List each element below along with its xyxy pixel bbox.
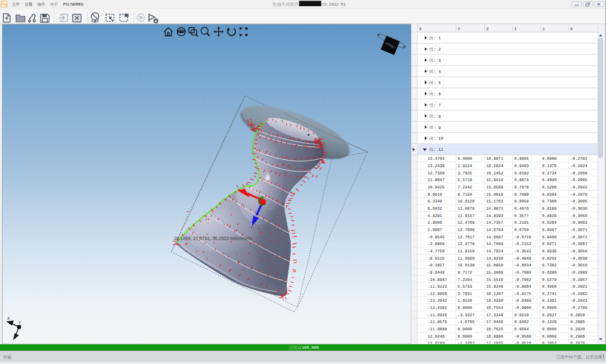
svg-text:14.7069: 14.7069 <box>486 242 503 246</box>
svg-text:16.7625: 16.7625 <box>486 327 503 331</box>
svg-text:Z: Z <box>486 27 489 31</box>
svg-text:-0.3050: -0.3050 <box>571 214 587 218</box>
svg-text:13.4764: 13.4764 <box>428 156 444 161</box>
svg-text:: 3: : 3 <box>434 58 441 63</box>
svg-text:10.0138: 10.0138 <box>458 263 475 268</box>
svg-text:-0.2152: -0.2152 <box>515 242 531 246</box>
svg-text:3.7925: 3.7925 <box>458 171 472 176</box>
svg-text:0.6058: 0.6058 <box>515 199 529 204</box>
svg-text:-0.2782: -0.2782 <box>571 156 587 161</box>
svg-text:: 6: : 6 <box>434 92 441 96</box>
svg-text:-3.3327: -3.3327 <box>458 313 475 317</box>
svg-text:7.2264: 7.2264 <box>458 278 472 282</box>
svg-text:8.2349: 8.2349 <box>428 199 442 204</box>
svg-text:14.9873: 14.9873 <box>486 206 503 211</box>
svg-text:-0.3005: -0.3005 <box>571 199 587 204</box>
svg-text:-0.8664: -0.8664 <box>515 284 531 289</box>
svg-text:16.8871: 16.8871 <box>486 156 503 161</box>
svg-text:15.5516: 15.5516 <box>486 278 503 282</box>
svg-text:-0.3039: -0.3039 <box>571 256 587 261</box>
svg-text:12.0246: 12.0246 <box>428 334 444 339</box>
svg-text:-0.9569: -0.9569 <box>515 334 531 339</box>
svg-text:15.4018: 15.4018 <box>486 192 503 197</box>
svg-text:12.4768: 12.4768 <box>458 220 475 225</box>
svg-text:: 10: : 10 <box>434 136 443 141</box>
svg-text:1.0087: 1.0087 <box>428 228 442 232</box>
svg-text:4.8291: 4.8291 <box>428 214 442 218</box>
svg-text:17.0448: 17.0448 <box>486 320 503 324</box>
svg-text:0.4050: 0.4050 <box>542 284 557 289</box>
svg-text:J: J <box>542 27 545 31</box>
svg-text:-0.0710: -0.0710 <box>515 235 531 239</box>
svg-text:0.9487: 0.9487 <box>542 228 557 232</box>
svg-text:0.7099: 0.7099 <box>515 192 529 197</box>
svg-text:11.9647: 11.9647 <box>428 178 444 182</box>
svg-text:-0.3063: -0.3063 <box>571 220 587 225</box>
svg-text:-0.3067: -0.3067 <box>571 242 587 246</box>
svg-text:-12.6956: -12.6956 <box>428 292 447 296</box>
svg-text:0.9264: 0.9264 <box>542 220 557 225</box>
svg-text:11.0879: 11.0879 <box>458 206 475 211</box>
svg-text:-13.4381: -13.4381 <box>428 306 447 310</box>
svg-text:-0.2841: -0.2841 <box>571 298 587 303</box>
svg-text:15.1763: 15.1763 <box>486 199 503 204</box>
svg-text:-6.5515: -6.5515 <box>428 256 444 261</box>
svg-text:0.8838: 0.8838 <box>542 249 557 254</box>
svg-text:-4.7759: -4.7759 <box>428 249 444 254</box>
svg-text:28.1469, 27.4781, 36.2503 Miil: 28.1469, 27.4781, 36.2503 Miilimeters <box>174 236 252 241</box>
svg-text:0.9482: 0.9482 <box>515 320 529 324</box>
svg-text:-2.8968: -2.8968 <box>428 242 444 246</box>
svg-text:: 8: : 8 <box>434 114 441 119</box>
svg-text:12.7617: 12.7617 <box>458 235 475 239</box>
svg-text:-9.6449: -9.6449 <box>428 270 444 275</box>
svg-text:5.5733: 5.5733 <box>458 284 472 289</box>
svg-text:-0.3542: -0.3542 <box>515 249 531 254</box>
svg-text:0.0000: 0.0000 <box>458 306 472 310</box>
svg-text:: 5: : 5 <box>434 81 441 85</box>
svg-text:0.8188: 0.8188 <box>542 206 557 211</box>
svg-text:14.9230: 14.9230 <box>486 256 503 261</box>
svg-text:-0.3056: -0.3056 <box>571 249 587 254</box>
svg-text:0.1329: 0.1329 <box>542 320 557 324</box>
svg-text:0.0000: 0.0000 <box>542 327 557 331</box>
svg-text:Origin: Origin <box>264 206 274 210</box>
svg-text:-0.7080: -0.7080 <box>515 270 531 275</box>
svg-text:X: X <box>7 316 10 321</box>
svg-text:16.5624: 16.5624 <box>486 164 503 168</box>
svg-text:Pa: Pa <box>2 2 7 6</box>
svg-text:0.1378: 0.1378 <box>542 164 557 168</box>
svg-text:15.9419: 15.9419 <box>486 178 503 182</box>
svg-text:16.7554: 16.7554 <box>486 306 503 310</box>
svg-text:0.0750: 0.0750 <box>515 228 529 232</box>
svg-text:16.1207: 16.1207 <box>486 292 503 296</box>
svg-text:0.8202: 0.8202 <box>542 256 557 261</box>
svg-text:14.6687: 14.6687 <box>486 235 503 239</box>
svg-text:0.0000: 0.0000 <box>458 327 472 331</box>
svg-text:-0.2882: -0.2882 <box>571 292 587 296</box>
svg-text:10.0126: 10.0126 <box>458 199 475 204</box>
svg-text:Z: Z <box>14 334 17 338</box>
svg-text:th 2022 R1: th 2022 R1 <box>322 2 346 7</box>
svg-text:0.6399: 0.6399 <box>542 270 557 275</box>
svg-text:1.9226: 1.9226 <box>458 298 472 303</box>
svg-text:0.9182: 0.9182 <box>515 171 529 176</box>
svg-text:-8.1857: -8.1857 <box>428 263 444 268</box>
svg-text:0.7382: 0.7382 <box>542 263 557 268</box>
svg-text:12.4778: 12.4778 <box>458 242 475 246</box>
svg-text:-1.6765: -1.6765 <box>458 320 475 324</box>
svg-text:POLYWORKS: POLYWORKS <box>63 2 84 7</box>
svg-text:0.0000: 0.0000 <box>542 156 557 161</box>
svg-text:6.6032: 6.6032 <box>428 206 442 211</box>
svg-text:0.9218: 0.9218 <box>515 313 529 317</box>
svg-text:0.5279: 0.5279 <box>542 278 557 282</box>
svg-text:11.9156: 11.9156 <box>458 249 475 254</box>
svg-text:0.9605: 0.9605 <box>515 156 529 161</box>
svg-text:9.6910: 9.6910 <box>428 192 442 197</box>
svg-text:1.9224: 1.9224 <box>458 164 472 168</box>
svg-text:-0.2989: -0.2989 <box>571 270 587 275</box>
svg-text:14.7924: 14.7924 <box>486 249 503 254</box>
svg-text:0.2627: 0.2627 <box>542 313 557 317</box>
svg-text:-0.4846: -0.4846 <box>515 256 531 261</box>
svg-text:8.7150: 8.7150 <box>458 192 472 197</box>
svg-text:8.7172: 8.7172 <box>458 270 472 275</box>
